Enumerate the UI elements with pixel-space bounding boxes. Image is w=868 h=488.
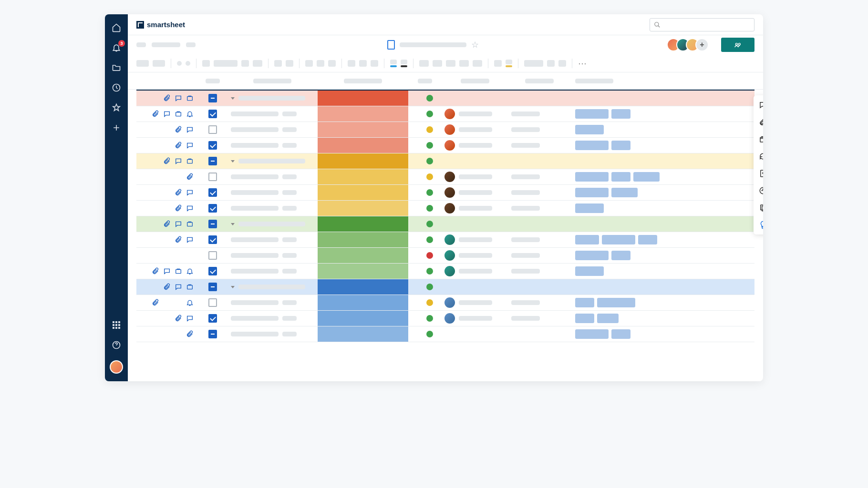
status-cell[interactable]: [318, 216, 408, 232]
checkbox[interactable]: [208, 267, 217, 275]
share-button[interactable]: [721, 38, 754, 52]
notifications-icon[interactable]: 3: [112, 43, 121, 52]
checkbox[interactable]: [208, 157, 217, 165]
health-dot[interactable]: [426, 331, 433, 337]
proof-icon[interactable]: [175, 110, 182, 118]
expand-caret-icon[interactable]: [231, 160, 235, 163]
tag[interactable]: [638, 235, 657, 244]
task-name[interactable]: [238, 222, 305, 226]
attach-icon[interactable]: [152, 110, 159, 118]
task-name[interactable]: [231, 300, 279, 305]
comment-icon[interactable]: [163, 110, 171, 118]
col-header[interactable]: [344, 79, 382, 83]
folder-icon[interactable]: [112, 63, 121, 72]
table-row[interactable]: [136, 248, 754, 264]
recent-icon[interactable]: [112, 83, 121, 92]
date-value[interactable]: [511, 300, 540, 305]
tag[interactable]: [575, 141, 609, 150]
health-dot[interactable]: [426, 299, 433, 306]
comment-icon[interactable]: [175, 283, 182, 291]
tag[interactable]: [611, 251, 630, 260]
tag[interactable]: [575, 266, 604, 276]
attach-icon[interactable]: [163, 94, 171, 102]
health-dot[interactable]: [426, 268, 433, 274]
date-value[interactable]: [511, 190, 540, 195]
tb-item[interactable]: [241, 60, 249, 67]
status-cell[interactable]: [318, 169, 408, 184]
user-avatar[interactable]: [110, 360, 123, 374]
checkbox[interactable]: [208, 173, 217, 181]
health-dot[interactable]: [426, 126, 433, 133]
tag[interactable]: [611, 172, 630, 182]
checkbox[interactable]: [208, 314, 217, 323]
home-icon[interactable]: [112, 23, 121, 32]
status-cell[interactable]: [318, 248, 408, 263]
tb-item[interactable]: [494, 60, 502, 67]
tb-item[interactable]: [547, 60, 555, 67]
date-value[interactable]: [511, 316, 540, 321]
task-name[interactable]: [231, 112, 279, 116]
table-row[interactable]: [136, 122, 754, 138]
tb-item[interactable]: [419, 60, 429, 67]
tag[interactable]: [597, 314, 619, 323]
task-name[interactable]: [231, 316, 279, 321]
table-row[interactable]: [136, 153, 754, 169]
health-dot[interactable]: [426, 252, 433, 259]
date-value[interactable]: [511, 269, 540, 274]
status-cell[interactable]: [318, 153, 408, 169]
table-row[interactable]: [136, 326, 754, 342]
tag[interactable]: [575, 314, 594, 323]
tag[interactable]: [575, 235, 599, 244]
comment-icon[interactable]: [186, 126, 194, 133]
tb-item[interactable]: [286, 60, 293, 67]
tag[interactable]: [575, 329, 609, 339]
checkbox[interactable]: [208, 235, 217, 244]
assignee-avatar[interactable]: [444, 297, 455, 308]
task-name[interactable]: [238, 285, 305, 289]
comments-icon[interactable]: [758, 100, 763, 110]
col-header[interactable]: [525, 79, 554, 83]
assignee-avatar[interactable]: [444, 172, 455, 182]
avatar-more[interactable]: +: [695, 38, 709, 51]
table-row[interactable]: [136, 201, 754, 216]
checkbox[interactable]: [208, 94, 217, 102]
table-row[interactable]: [136, 169, 754, 185]
bell-icon[interactable]: [186, 267, 194, 275]
tag[interactable]: [575, 188, 609, 197]
status-cell[interactable]: [318, 201, 408, 216]
assignee-avatar[interactable]: [444, 250, 455, 261]
col-header[interactable]: [418, 79, 432, 83]
collaborators[interactable]: +: [671, 38, 709, 51]
date-value[interactable]: [511, 174, 540, 179]
tag[interactable]: [633, 172, 660, 182]
tb-item[interactable]: [473, 60, 482, 67]
tag[interactable]: [575, 298, 594, 307]
tb-item[interactable]: [524, 60, 543, 67]
comment-icon[interactable]: [175, 220, 182, 228]
status-cell[interactable]: [318, 279, 408, 295]
checkbox[interactable]: [208, 283, 217, 291]
col-header[interactable]: [206, 79, 220, 83]
health-dot[interactable]: [426, 95, 433, 102]
date-value[interactable]: [511, 237, 540, 242]
comment-icon[interactable]: [163, 267, 171, 275]
checkbox[interactable]: [208, 298, 217, 307]
tag[interactable]: [611, 141, 630, 150]
activity-icon[interactable]: [758, 186, 763, 195]
table-row[interactable]: [136, 185, 754, 201]
status-cell[interactable]: [318, 106, 408, 122]
health-dot[interactable]: [426, 158, 433, 164]
tag[interactable]: [611, 329, 630, 339]
tag[interactable]: [611, 188, 638, 197]
attach-icon[interactable]: [175, 126, 182, 133]
status-cell[interactable]: [318, 138, 408, 153]
health-dot[interactable]: [426, 236, 433, 243]
health-dot[interactable]: [426, 111, 433, 117]
task-name[interactable]: [231, 253, 279, 258]
table-row[interactable]: [136, 295, 754, 311]
table-row[interactable]: [136, 279, 754, 295]
date-value[interactable]: [511, 206, 540, 211]
status-cell[interactable]: [318, 311, 408, 326]
tag[interactable]: [575, 203, 604, 213]
expand-caret-icon[interactable]: [231, 286, 235, 288]
